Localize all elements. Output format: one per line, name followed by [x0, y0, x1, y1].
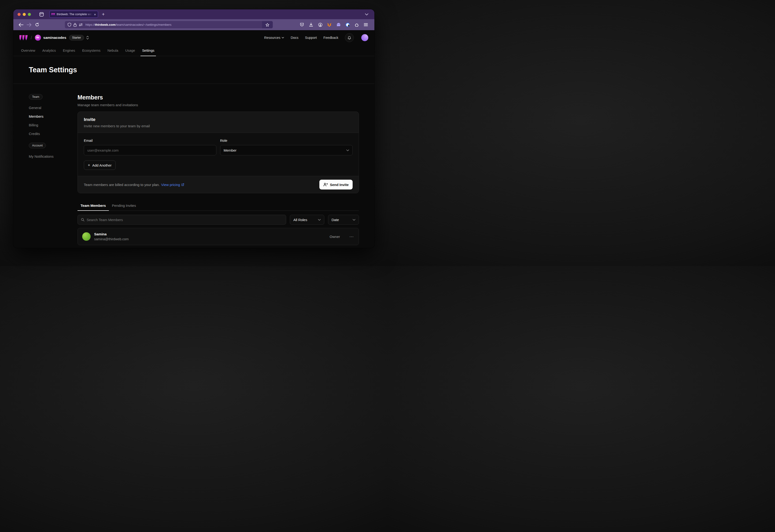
sidebar-item-my-notifications[interactable]: My Notifications: [29, 152, 77, 161]
back-icon[interactable]: [17, 23, 25, 27]
browser-toolbar: https://thirdweb.com/team/saminacodes/~/…: [13, 19, 374, 30]
phantom-extension-icon[interactable]: [336, 23, 341, 27]
plus-icon: +: [88, 163, 90, 168]
sidebar-group-account: Account: [29, 143, 46, 148]
firefox-view-icon[interactable]: [39, 12, 44, 17]
url-text: https://thirdweb.com/team/saminacodes/~/…: [85, 23, 171, 26]
email-field[interactable]: [84, 145, 216, 155]
sidebar-item-billing[interactable]: Billing: [29, 121, 77, 129]
toolbar-extensions: [300, 23, 371, 27]
sort-value: Date: [332, 218, 339, 222]
role-filter-value: All Roles: [293, 218, 307, 222]
pocket-icon[interactable]: [300, 23, 304, 27]
tab-analytics[interactable]: Analytics: [39, 45, 59, 56]
email-field-group: Email: [84, 138, 216, 155]
tab-engines[interactable]: Engines: [59, 45, 78, 56]
tab-overview[interactable]: Overview: [18, 45, 39, 56]
team-switcher-icon[interactable]: [86, 36, 89, 40]
forward-icon[interactable]: [25, 23, 33, 27]
members-heading: Members: [77, 94, 359, 101]
role-select-value: Member: [224, 148, 237, 152]
tab-team-members[interactable]: Team Members: [77, 204, 109, 211]
browser-tab-bar: thirdweb: The complete web3 de × +: [13, 9, 374, 19]
invite-card-body: Email Role Member: [78, 133, 359, 176]
bookmark-star-icon[interactable]: [262, 21, 273, 28]
password-manager-extension-icon[interactable]: [345, 23, 350, 27]
view-pricing-link[interactable]: View pricing: [161, 183, 184, 187]
new-tab-button[interactable]: +: [102, 11, 105, 17]
external-link-icon: [181, 183, 184, 186]
role-filter-select[interactable]: All Roles: [290, 215, 324, 225]
dashboard-header: / saminacodes Starter: [13, 30, 374, 45]
metamask-extension-icon[interactable]: [327, 23, 332, 27]
email-label: Email: [84, 138, 216, 142]
role-label: Role: [220, 138, 353, 142]
search-input[interactable]: [87, 218, 283, 222]
members-subheading: Manage team members and invitations: [77, 103, 359, 107]
zoom-window-button[interactable]: [28, 13, 31, 16]
permissions-icon[interactable]: [79, 23, 83, 26]
invite-subtitle: Invite new members to your team by email: [84, 124, 353, 128]
member-actions-ellipsis-icon[interactable]: ⋯: [349, 234, 354, 239]
browser-window: thirdweb: The complete web3 de × +: [13, 9, 374, 248]
member-avatar: [82, 232, 91, 241]
role-field-group: Role Member: [220, 138, 353, 155]
view-pricing-label: View pricing: [161, 183, 180, 187]
member-row: Samina samina@thirdweb.com Owner ⋯: [77, 228, 359, 245]
sidebar-item-general[interactable]: General: [29, 103, 77, 112]
sidebar-group-team: Team: [29, 94, 43, 100]
url-scheme: https://: [85, 23, 95, 26]
header-nav: Resources Docs Support Feedback: [264, 33, 368, 42]
url-domain: thirdweb.com: [95, 23, 116, 26]
sidebar-item-credits[interactable]: Credits: [29, 129, 77, 138]
tab-settings[interactable]: Settings: [138, 45, 158, 56]
team-avatar[interactable]: [35, 35, 41, 41]
tab-nebula[interactable]: Nebula: [104, 45, 122, 56]
search-box: [77, 215, 286, 225]
downloads-icon[interactable]: [309, 23, 314, 27]
members-list-tabs: Team Members Pending Invites: [77, 204, 359, 211]
url-bar[interactable]: https://thirdweb.com/team/saminacodes/~/…: [65, 21, 273, 28]
tab-usage[interactable]: Usage: [122, 45, 138, 56]
docs-link[interactable]: Docs: [291, 36, 298, 40]
browser-tab-active[interactable]: thirdweb: The complete web3 de ×: [49, 11, 98, 18]
dashboard-tabs: Overview Analytics Engines Ecosystems Ne…: [13, 45, 374, 56]
member-name: Samina: [94, 232, 129, 236]
plan-badge: Starter: [69, 35, 84, 40]
lock-icon[interactable]: [73, 23, 76, 27]
settings-sidebar: Team General Members Billing Credits Acc…: [13, 84, 77, 248]
team-name[interactable]: saminacodes: [43, 36, 66, 40]
list-all-tabs-icon[interactable]: [365, 13, 368, 15]
feedback-link[interactable]: Feedback: [323, 36, 338, 40]
role-select[interactable]: Member: [220, 145, 353, 155]
close-window-button[interactable]: [18, 13, 21, 16]
sidebar-item-members[interactable]: Members: [29, 112, 77, 121]
account-icon[interactable]: [318, 23, 323, 27]
sidebar-team-nav: General Members Billing Credits: [29, 103, 77, 138]
user-avatar[interactable]: [361, 34, 368, 41]
tab-close-icon[interactable]: ×: [94, 12, 96, 16]
tab-title: thirdweb: The complete web3 de: [57, 13, 92, 16]
tracking-protection-shield-icon[interactable]: [68, 23, 71, 27]
add-another-label: Add Another: [92, 163, 112, 167]
url-path: /team/saminacodes/~/settings/members: [115, 23, 171, 26]
send-invite-button[interactable]: Send Invite: [319, 180, 353, 189]
page-title-band: Team Settings: [13, 56, 374, 84]
invite-card-header: Invite Invite new members to your team b…: [78, 112, 359, 133]
menu-hamburger-icon[interactable]: [363, 23, 368, 26]
sort-select[interactable]: Date: [328, 215, 359, 225]
support-link[interactable]: Support: [305, 36, 317, 40]
tab-ecosystems[interactable]: Ecosystems: [79, 45, 104, 56]
resources-menu[interactable]: Resources: [264, 36, 284, 40]
add-another-button[interactable]: + Add Another: [84, 160, 116, 170]
tab-pending-invites[interactable]: Pending Invites: [109, 204, 139, 211]
extensions-puzzle-icon[interactable]: [354, 23, 359, 27]
chevron-down-icon: [346, 149, 349, 151]
minimize-window-button[interactable]: [23, 13, 26, 16]
breadcrumb-separator: /: [31, 35, 32, 40]
notifications-bell-icon[interactable]: [345, 33, 354, 42]
page-title: Team Settings: [29, 66, 77, 74]
thirdweb-logo-icon[interactable]: [19, 35, 28, 40]
member-role: Owner: [330, 235, 340, 239]
reload-icon[interactable]: [33, 23, 41, 27]
